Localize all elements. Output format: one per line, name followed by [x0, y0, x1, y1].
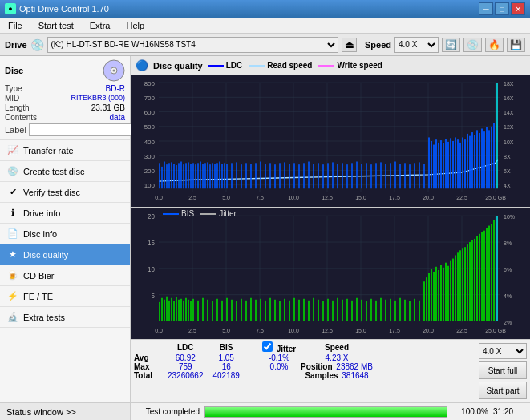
drive-header: Drive 💿 (K:) HL-DT-ST BD-RE WH16NS58 TST…	[0, 34, 530, 56]
svg-text:22.5: 22.5	[456, 195, 467, 200]
svg-rect-171	[176, 297, 177, 321]
drive-select[interactable]: (K:) HL-DT-ST BD-RE WH16NS58 TST4	[47, 37, 338, 53]
svg-rect-67	[308, 162, 310, 189]
save-icon[interactable]: 💾	[507, 38, 525, 52]
svg-rect-223	[409, 301, 411, 321]
svg-text:4%: 4%	[504, 293, 512, 300]
ldc-legend-label: LDC	[226, 61, 243, 70]
menu-extra[interactable]: Extra	[85, 19, 115, 32]
sidebar-item-label: Create test disc	[23, 167, 84, 176]
sidebar-item-cd-bier[interactable]: 🍺 CD Bier	[0, 265, 130, 286]
svg-rect-44	[212, 163, 213, 188]
svg-rect-117	[488, 130, 490, 188]
jitter-col-header: Jitter	[261, 341, 297, 353]
svg-rect-173	[180, 299, 182, 321]
svg-rect-86	[399, 164, 401, 188]
menu-start-test[interactable]: Start test	[34, 19, 79, 32]
svg-rect-246	[471, 240, 473, 321]
svg-rect-166	[164, 300, 165, 321]
speed-icon[interactable]: 🔄	[442, 38, 460, 52]
svg-text:800: 800	[144, 80, 155, 87]
sidebar-item-disc-quality[interactable]: ★ Disc quality	[0, 244, 130, 265]
verify-test-disc-icon: ✔	[6, 186, 19, 199]
svg-rect-220	[394, 301, 396, 321]
sidebar-item-drive-info[interactable]: ℹ Drive info	[0, 203, 130, 224]
status-completed-text: Test completed	[136, 407, 200, 416]
svg-rect-212	[356, 298, 358, 321]
svg-rect-74	[342, 163, 343, 188]
svg-text:8X: 8X	[504, 154, 511, 160]
svg-text:500: 500	[144, 124, 155, 131]
svg-rect-27	[171, 162, 172, 188]
disc-icon2[interactable]: 💿	[463, 38, 482, 52]
burn-icon[interactable]: 🔥	[485, 38, 504, 52]
sidebar-item-label: FE / TE	[23, 292, 53, 301]
svg-rect-48	[221, 164, 223, 188]
svg-rect-221	[399, 298, 401, 321]
jitter-checkbox[interactable]	[262, 341, 273, 352]
label-label: Label	[5, 125, 26, 135]
svg-rect-234	[443, 268, 444, 321]
cd-bier-icon: 🍺	[6, 269, 19, 282]
ldc-max: 759	[163, 362, 208, 371]
maximize-button[interactable]: □	[495, 2, 509, 15]
sidebar-item-label: Disc quality	[23, 250, 68, 260]
minimize-button[interactable]: ─	[479, 2, 493, 15]
eject-icon[interactable]: ⏏	[342, 38, 357, 52]
close-button[interactable]: ✕	[511, 2, 525, 15]
svg-rect-54	[245, 163, 247, 188]
svg-rect-96	[438, 143, 439, 188]
speed-select[interactable]: 4.0 X	[394, 37, 439, 53]
svg-rect-248	[476, 236, 478, 321]
svg-text:6%: 6%	[504, 267, 512, 273]
svg-rect-243	[464, 247, 466, 321]
svg-text:17.5: 17.5	[389, 195, 400, 200]
sidebar-item-verify-test-disc[interactable]: ✔ Verify test disc	[0, 182, 130, 203]
menu-file[interactable]: File	[3, 19, 27, 32]
status-window-label: Status window >>	[6, 407, 76, 417]
menu-help[interactable]: Help	[121, 19, 149, 32]
svg-rect-119	[493, 123, 495, 188]
start-full-button[interactable]: Start full	[479, 361, 527, 379]
svg-rect-222	[404, 300, 406, 321]
svg-rect-195	[274, 300, 276, 321]
sidebar-item-disc-info[interactable]: 📄 Disc info	[0, 224, 130, 244]
svg-rect-169	[171, 298, 172, 321]
sidebar-item-transfer-rate[interactable]: 📈 Transfer rate	[0, 140, 130, 161]
svg-rect-168	[168, 301, 170, 321]
svg-rect-181	[207, 300, 208, 321]
svg-rect-37	[195, 164, 196, 188]
bis-total: 402189	[208, 371, 245, 380]
svg-rect-108	[467, 134, 468, 188]
sidebar-item-fe-te[interactable]: ⚡ FE / TE	[0, 286, 130, 307]
label-input[interactable]	[29, 123, 132, 136]
svg-rect-165	[161, 298, 163, 321]
svg-rect-230	[433, 272, 435, 321]
svg-rect-180	[202, 298, 204, 321]
svg-rect-216	[375, 301, 377, 321]
svg-rect-179	[197, 301, 199, 321]
svg-rect-250	[481, 232, 483, 321]
svg-rect-36	[192, 163, 194, 188]
progress-time: 31:20	[493, 407, 525, 416]
svg-rect-214	[366, 301, 367, 321]
lower-chart-svg: 20 15 10 5 10% 8% 6% 4% 2% 0.0 2.5 5.0	[131, 208, 530, 339]
write-speed-legend: Write speed	[318, 61, 382, 70]
transfer-rate-icon: 📈	[6, 144, 19, 157]
sidebar-item-create-test-disc[interactable]: 💿 Create test disc	[0, 161, 130, 182]
svg-rect-199	[293, 298, 295, 321]
svg-rect-84	[390, 163, 391, 188]
sidebar-item-extra-tests[interactable]: 🔬 Extra tests	[0, 307, 130, 328]
bis-max: 16	[208, 362, 245, 371]
jitter-max: 0.0%	[261, 362, 297, 371]
speed-select-stats[interactable]: 4.0 X	[479, 343, 527, 359]
length-label: Length	[5, 103, 30, 112]
svg-rect-58	[265, 164, 266, 188]
sidebar-item-label: Verify test disc	[23, 188, 80, 197]
start-part-button[interactable]: Start part	[479, 382, 527, 399]
svg-text:10%: 10%	[504, 214, 516, 220]
svg-rect-113	[479, 133, 480, 188]
svg-rect-207	[332, 301, 334, 321]
svg-rect-28	[173, 164, 175, 188]
status-window-button[interactable]: Status window >>	[0, 402, 130, 420]
